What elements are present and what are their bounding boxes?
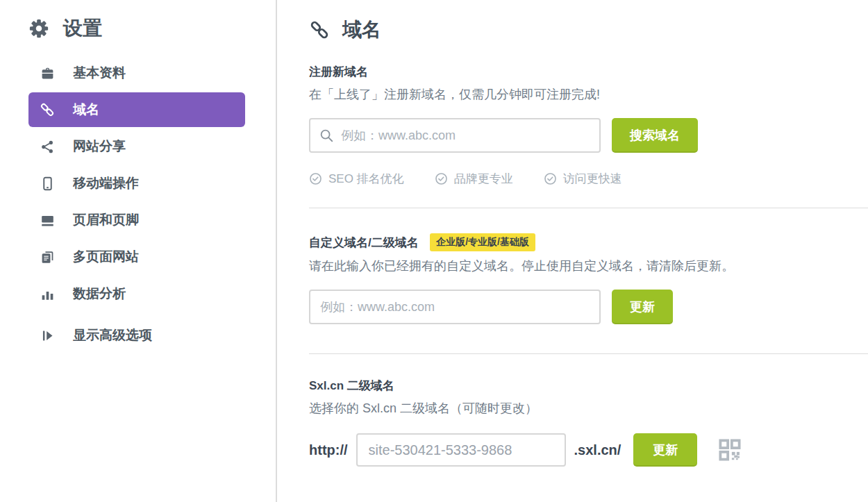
briefcase-icon — [38, 66, 56, 81]
sidebar-item-label: 移动端操作 — [73, 174, 139, 192]
benefits-row: SEO 排名优化 品牌更专业 访问更 — [309, 171, 868, 187]
subdomain-input[interactable] — [356, 433, 566, 467]
header-footer-icon — [38, 213, 56, 228]
plan-badge: 企业版/专业版/基础版 — [430, 233, 535, 251]
qr-code-icon[interactable] — [717, 437, 743, 463]
pages-icon — [38, 250, 56, 265]
custom-domain-title-row: 自定义域名/二级域名 企业版/专业版/基础版 — [309, 233, 868, 251]
sidebar-item-label: 多页面网站 — [73, 248, 139, 266]
sidebar-nav: 基本资料 域名 — [0, 56, 276, 353]
sidebar-item-site-share[interactable]: 网站分享 — [28, 129, 245, 164]
benefit-seo: SEO 排名优化 — [309, 171, 404, 187]
sidebar-item-label: 页眉和页脚 — [73, 211, 139, 229]
main-header: 域名 — [309, 17, 868, 43]
check-circle-icon — [309, 172, 322, 185]
smartphone-icon — [38, 176, 56, 191]
page-title: 域名 — [342, 17, 381, 43]
settings-page: 设置 基本资料 — [0, 0, 868, 502]
sidebar: 设置 基本资料 — [0, 0, 277, 502]
update-custom-domain-button[interactable]: 更新 — [612, 290, 673, 324]
sidebar-item-label: 域名 — [73, 101, 99, 119]
sidebar-item-domain[interactable]: 域名 — [28, 92, 245, 127]
bar-chart-icon — [38, 287, 56, 301]
benefit-label: SEO 排名优化 — [328, 171, 404, 187]
sidebar-item-label: 数据分析 — [73, 285, 126, 303]
domain-search-row: 搜索域名 — [309, 118, 868, 153]
link-icon — [38, 102, 56, 117]
sidebar-item-show-advanced[interactable]: 显示高级选项 — [28, 318, 245, 353]
share-icon — [38, 140, 56, 154]
sidebar-item-label: 显示高级选项 — [73, 326, 152, 344]
link-icon — [309, 19, 330, 40]
check-circle-icon — [435, 172, 448, 185]
benefit-brand: 品牌更专业 — [435, 171, 513, 187]
domain-search-field — [309, 118, 601, 153]
benefit-label: 访问更快速 — [563, 171, 622, 187]
domain-search-input[interactable] — [309, 118, 601, 153]
custom-domain-row: 更新 — [309, 290, 868, 324]
section-divider — [309, 208, 868, 208]
subdomain-row: http:// .sxl.cn/ 更新 — [309, 433, 868, 467]
custom-domain-input[interactable] — [309, 290, 601, 324]
subdomain-title: Sxl.cn 二级域名 — [309, 378, 394, 394]
register-domain-section: 注册新域名 在「上线了」注册新域名，仅需几分钟即可注册完成! 搜索域名 — [309, 64, 868, 187]
benefit-speed: 访问更快速 — [544, 171, 622, 187]
check-circle-icon — [544, 172, 557, 185]
subdomain-description: 选择你的 Sxl.cn 二级域名（可随时更改） — [309, 400, 868, 417]
subdomain-section: Sxl.cn 二级域名 选择你的 Sxl.cn 二级域名（可随时更改） http… — [309, 378, 868, 467]
custom-domain-description: 请在此输入你已经拥有的自定义域名。停止使用自定义域名，请清除后更新。 — [309, 258, 868, 274]
domain-suffix-label: .sxl.cn/ — [574, 442, 621, 458]
sidebar-title: 设置 — [63, 15, 102, 42]
protocol-label: http:// — [309, 442, 348, 458]
sidebar-item-analytics[interactable]: 数据分析 — [28, 276, 245, 311]
gear-icon — [28, 18, 49, 39]
custom-domain-section: 自定义域名/二级域名 企业版/专业版/基础版 请在此输入你已经拥有的自定义域名。… — [309, 233, 868, 324]
sidebar-item-label: 基本资料 — [73, 64, 126, 82]
search-domain-button[interactable]: 搜索域名 — [612, 118, 698, 153]
expand-advanced-icon — [38, 328, 56, 343]
sidebar-item-header-footer[interactable]: 页眉和页脚 — [28, 203, 245, 237]
register-domain-title: 注册新域名 — [309, 64, 368, 80]
sidebar-item-label: 网站分享 — [73, 137, 126, 156]
section-divider — [309, 353, 868, 354]
benefit-label: 品牌更专业 — [454, 171, 513, 187]
update-subdomain-button[interactable]: 更新 — [633, 433, 697, 467]
sidebar-item-basic-info[interactable]: 基本资料 — [28, 56, 245, 90]
register-domain-description: 在「上线了」注册新域名，仅需几分钟即可注册完成! — [309, 86, 868, 103]
sidebar-item-mobile-actions[interactable]: 移动端操作 — [28, 166, 245, 201]
main-content: 域名 注册新域名 在「上线了」注册新域名，仅需几分钟即可注册完成! 搜索域名 — [277, 0, 868, 502]
custom-domain-title: 自定义域名/二级域名 — [309, 235, 419, 251]
sidebar-header: 设置 — [0, 15, 276, 42]
sidebar-item-multipage-site[interactable]: 多页面网站 — [28, 240, 245, 274]
